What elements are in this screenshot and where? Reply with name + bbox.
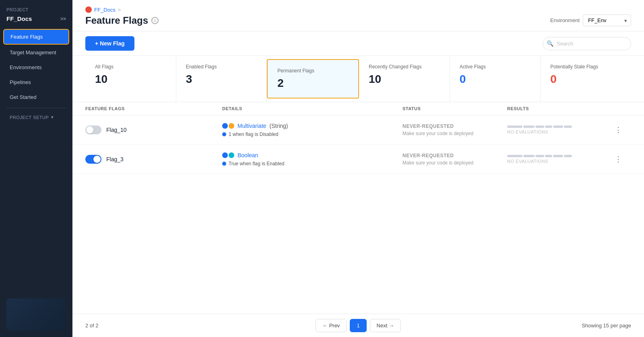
stat-card-active-flags[interactable]: Active Flags 0 — [450, 56, 541, 102]
status-sub-2: Make sure your code is deployed — [402, 160, 507, 166]
flag-type-suffix-1: (String) — [270, 123, 288, 129]
env-dropdown[interactable]: FF_Env — [583, 14, 631, 26]
page-info: 2 of 2 — [85, 323, 99, 329]
col-header-feature-flags: FEATURE FLAGS — [85, 106, 222, 111]
flag-name-1[interactable]: Flag_10 — [106, 127, 127, 133]
search-input[interactable] — [543, 37, 631, 50]
table-header: FEATURE FLAGS DETAILS STATUS RESULTS — [72, 102, 644, 115]
project-label: Project — [0, 0, 72, 14]
sidebar-art — [6, 298, 66, 331]
flag-status-2: NEVER-REQUESTED Make sure your code is d… — [402, 153, 507, 166]
result-bar-2d — [545, 155, 552, 157]
env-label: Environment — [550, 17, 580, 23]
sub-dot-2 — [222, 162, 226, 166]
action-menu-btn-2[interactable]: ⋮ — [612, 153, 625, 166]
flag-status-1: NEVER-REQUESTED Make sure your code is d… — [402, 123, 507, 136]
table-area: FEATURE FLAGS DETAILS STATUS RESULTS Fla… — [72, 102, 644, 314]
stat-label-enabled-flags: Enabled Flags — [186, 64, 257, 70]
result-bar-1f — [564, 125, 572, 128]
status-label-2: NEVER-REQUESTED — [402, 153, 507, 158]
stat-card-recently-changed[interactable]: Recently Changed Flags 10 — [359, 56, 450, 102]
pagination-bar: 2 of 2 ← Prev 1 Next → Showing 15 per pa… — [72, 314, 644, 337]
result-bar-2b — [523, 155, 535, 157]
dot-blue-2 — [222, 152, 228, 158]
project-name[interactable]: FF_Docs >> — [0, 14, 72, 29]
stat-value-active-flags: 0 — [460, 73, 531, 86]
col-header-results: RESULTS — [507, 106, 612, 111]
new-flag-button[interactable]: + New Flag — [85, 36, 134, 51]
result-bar-1e — [553, 125, 563, 128]
result-bar-1d — [545, 125, 552, 128]
result-bar-2c — [535, 155, 544, 157]
table-row: Flag_3 Boolean True when flag is Enabled… — [72, 145, 644, 174]
sidebar-item-target-management[interactable]: Target Management — [3, 45, 69, 60]
next-button[interactable]: Next → — [370, 319, 401, 332]
result-bar-2a — [507, 155, 522, 157]
stat-card-permanent-flags[interactable]: Permanent Flags 2 — [267, 59, 359, 99]
sidebar-item-environments[interactable]: Environments — [3, 60, 69, 74]
flag-name-2[interactable]: Flag_3 — [106, 156, 124, 162]
result-bar-1b — [523, 125, 535, 128]
action-menu-btn-1[interactable]: ⋮ — [612, 123, 625, 136]
stat-label-active-flags: Active Flags — [460, 64, 531, 70]
stat-card-all-flags[interactable]: All Flags 10 — [85, 56, 176, 102]
sidebar-bottom — [0, 292, 72, 337]
col-header-actions — [612, 106, 631, 111]
current-page-button[interactable]: 1 — [350, 319, 366, 332]
breadcrumb-project-link[interactable]: FF_Docs — [94, 7, 116, 13]
dot-teal-2 — [229, 152, 234, 158]
result-bar-1a — [507, 125, 522, 128]
project-setup-arrow-icon: ▾ — [51, 115, 54, 120]
stat-label-all-flags: All Flags — [95, 64, 166, 70]
toolbar: + New Flag 🔍 — [72, 31, 644, 56]
stat-label-stale-flags: Potentially Stale Flags — [550, 64, 621, 70]
results-bars-2 — [507, 155, 612, 157]
flag-detail-sub-2: True when flag is Enabled — [222, 161, 402, 166]
status-label-1: NEVER-REQUESTED — [402, 123, 507, 129]
flag-toggle-2[interactable] — [85, 155, 101, 164]
search-icon: 🔍 — [547, 40, 553, 47]
sidebar-item-get-started[interactable]: Get Started — [3, 90, 69, 104]
env-select-wrap: FF_Env — [583, 14, 631, 26]
stat-value-stale-flags: 0 — [550, 73, 621, 86]
pagination-controls: ← Prev 1 Next → — [316, 319, 401, 332]
flag-toggle-wrap-2: Flag_3 — [85, 155, 222, 164]
breadcrumb-separator: > — [118, 7, 121, 13]
multivariate-icon-1 — [222, 123, 234, 129]
no-eval-label-1: NO EVALUATIONS — [507, 129, 612, 134]
toggle-knob-1 — [86, 126, 93, 134]
boolean-icon-2 — [222, 152, 234, 158]
stat-value-permanent-flags: 2 — [277, 77, 349, 90]
toggle-knob-2 — [93, 156, 101, 163]
header-row: Feature Flags i Environment FF_Env — [85, 14, 631, 26]
search-wrap: 🔍 — [543, 37, 631, 50]
page-title: Feature Flags i — [85, 15, 159, 26]
flag-details-2: Boolean True when flag is Enabled — [222, 152, 402, 166]
flag-type-label-2: Boolean — [237, 152, 258, 158]
sidebar-divider — [6, 108, 66, 108]
new-flag-label: + New Flag — [95, 40, 125, 47]
per-page-info: Showing 15 per page — [582, 323, 631, 329]
prev-button[interactable]: ← Prev — [316, 319, 347, 332]
sub-dot-1 — [222, 132, 226, 136]
flag-toggle-1[interactable] — [85, 125, 101, 134]
stat-value-recently-changed: 10 — [369, 73, 440, 86]
table-row: Flag_10 Multivariate (String) 1 when fla… — [72, 115, 644, 145]
stat-label-recently-changed: Recently Changed Flags — [369, 64, 440, 70]
stat-value-all-flags: 10 — [95, 73, 166, 86]
flag-sub-text-2: True when flag is Enabled — [229, 161, 284, 166]
flag-detail-sub-1: 1 when flag is Disabled — [222, 132, 402, 137]
flag-results-2: NO EVALUATIONS — [507, 155, 612, 164]
sidebar-item-feature-flags[interactable]: Feature Flags — [3, 29, 69, 45]
page-title-text: Feature Flags — [85, 15, 148, 26]
stat-card-enabled-flags[interactable]: Enabled Flags 3 — [176, 56, 267, 102]
sidebar-project-setup[interactable]: PROJECT SETUP ▾ — [0, 111, 72, 121]
result-bar-1c — [535, 125, 544, 128]
info-icon[interactable]: i — [151, 17, 159, 24]
header: FF_Docs > Feature Flags i Environment FF… — [72, 0, 644, 31]
dot-blue-1 — [222, 123, 228, 129]
results-bars-1 — [507, 125, 612, 128]
dot-yellow-1 — [229, 123, 234, 129]
stat-card-stale-flags[interactable]: Potentially Stale Flags 0 — [541, 56, 631, 102]
sidebar-item-pipelines[interactable]: Pipelines — [3, 75, 69, 89]
